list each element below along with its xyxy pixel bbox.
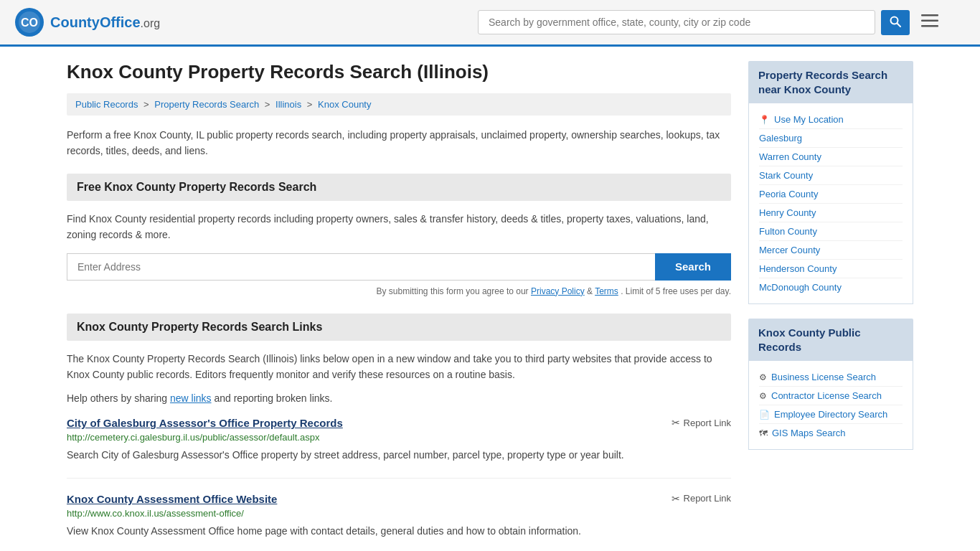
free-search-section: Free Knox County Property Records Search… <box>67 174 731 296</box>
logo-area: CO CountyOffice.org <box>14 7 160 37</box>
sidebar-link-stark-county[interactable]: Stark County <box>759 166 903 185</box>
header: CO CountyOffice.org <box>0 0 980 47</box>
svg-rect-5 <box>921 14 938 17</box>
terms-link[interactable]: Terms <box>595 286 618 296</box>
header-search-input[interactable] <box>478 10 875 34</box>
link-item-header: City of Galesburg Assessor's Office Prop… <box>67 417 731 429</box>
svg-line-4 <box>897 23 901 27</box>
link-item: City of Galesburg Assessor's Office Prop… <box>67 417 731 478</box>
logo-text: CountyOffice.org <box>50 14 160 31</box>
hamburger-menu-button[interactable] <box>915 10 944 34</box>
page-title: Knox County Property Records Search (Ill… <box>67 61 731 83</box>
sidebar-link-business-license[interactable]: ⚙ Business License Search <box>759 368 903 387</box>
report-link-button[interactable]: ✂ Report Link <box>672 493 731 504</box>
sidebar-link-fulton-county[interactable]: Fulton County <box>759 222 903 241</box>
sidebar-link-galesburg[interactable]: Galesburg <box>759 129 903 148</box>
public-records-body: ⚙ Business License Search ⚙ Contractor L… <box>748 361 913 450</box>
breadcrumb-knox-county[interactable]: Knox County <box>318 99 371 110</box>
link-item-desc: Search City of Galesburg Assessor's Offi… <box>67 447 731 463</box>
svg-rect-7 <box>921 25 938 27</box>
breadcrumb: Public Records > Property Records Search… <box>67 93 731 116</box>
links-description: The Knox County Property Records Search … <box>67 351 731 383</box>
sidebar-link-contractor-license[interactable]: ⚙ Contractor License Search <box>759 387 903 405</box>
doc-icon: 📄 <box>759 410 770 420</box>
form-disclaimer: By submitting this form you agree to our… <box>67 286 731 296</box>
breadcrumb-illinois[interactable]: Illinois <box>275 99 301 110</box>
link-item-url[interactable]: http://www.co.knox.il.us/assessment-offi… <box>67 508 731 519</box>
public-records-box: Knox County Public Records ⚙ Business Li… <box>748 319 913 450</box>
hamburger-icon <box>921 14 938 27</box>
gear-icon: ⚙ <box>759 391 767 401</box>
report-link-button[interactable]: ✂ Report Link <box>672 417 731 428</box>
address-input[interactable] <box>67 253 655 281</box>
link-item-desc: View Knox County Assessment Office home … <box>67 523 731 539</box>
sidebar-link-employee-directory[interactable]: 📄 Employee Directory Search <box>759 405 903 424</box>
sidebar-link-henry-county[interactable]: Henry County <box>759 204 903 222</box>
nearby-box: Property Records Search near Knox County… <box>748 61 913 304</box>
new-links-text: Help others by sharing new links and rep… <box>67 392 731 404</box>
links-section: Knox County Property Records Search Link… <box>67 314 731 551</box>
sidebar-link-peoria-county[interactable]: Peoria County <box>759 185 903 204</box>
scissors-icon: ✂ <box>672 417 680 428</box>
search-description: Find Knox County residential property re… <box>67 211 731 243</box>
sidebar-link-warren-county[interactable]: Warren County <box>759 148 903 166</box>
link-item-title[interactable]: Knox County Assessment Office Website <box>67 493 277 505</box>
breadcrumb-public-records[interactable]: Public Records <box>75 99 138 110</box>
privacy-policy-link[interactable]: Privacy Policy <box>531 286 585 296</box>
link-item-title[interactable]: City of Galesburg Assessor's Office Prop… <box>67 417 343 429</box>
map-icon: 🗺 <box>759 428 768 438</box>
sidebar-link-gis-maps[interactable]: 🗺 GIS Maps Search <box>759 424 903 442</box>
sidebar-link-use-my-location[interactable]: 📍 Use My Location <box>759 110 903 129</box>
links-heading: Knox County Property Records Search Link… <box>67 314 731 341</box>
nearby-header: Property Records Search near Knox County <box>748 61 913 103</box>
sidebar: Property Records Search near Knox County… <box>748 61 913 551</box>
address-search-row: Search <box>67 253 731 281</box>
search-bar-area <box>478 10 944 35</box>
svg-text:CO: CO <box>21 17 38 29</box>
free-search-heading: Free Knox County Property Records Search <box>67 174 731 201</box>
link-item: Knox County Assessment Office Website ✂ … <box>67 493 731 551</box>
svg-rect-6 <box>921 20 938 22</box>
content-area: Knox County Property Records Search (Ill… <box>67 61 731 551</box>
breadcrumb-property-records-search[interactable]: Property Records Search <box>154 99 259 110</box>
new-links-link[interactable]: new links <box>170 392 212 404</box>
gear-icon: ⚙ <box>759 372 767 382</box>
link-item-url[interactable]: http://cemetery.ci.galesburg.il.us/publi… <box>67 432 731 443</box>
main-layout: Knox County Property Records Search (Ill… <box>52 47 928 551</box>
intro-text: Perform a free Knox County, IL public pr… <box>67 127 731 159</box>
scissors-icon: ✂ <box>672 493 680 504</box>
sidebar-link-mercer-county[interactable]: Mercer County <box>759 241 903 260</box>
public-records-header: Knox County Public Records <box>748 319 913 361</box>
header-search-button[interactable] <box>881 10 910 35</box>
link-item-header: Knox County Assessment Office Website ✂ … <box>67 493 731 505</box>
search-icon <box>890 16 901 27</box>
sidebar-link-mcdonough-county[interactable]: McDonough County <box>759 278 903 296</box>
sidebar-link-henderson-county[interactable]: Henderson County <box>759 260 903 278</box>
location-pin-icon: 📍 <box>759 115 770 125</box>
logo-icon: CO <box>14 7 44 37</box>
nearby-body: 📍 Use My Location Galesburg Warren Count… <box>748 103 913 304</box>
search-button[interactable]: Search <box>655 253 731 281</box>
